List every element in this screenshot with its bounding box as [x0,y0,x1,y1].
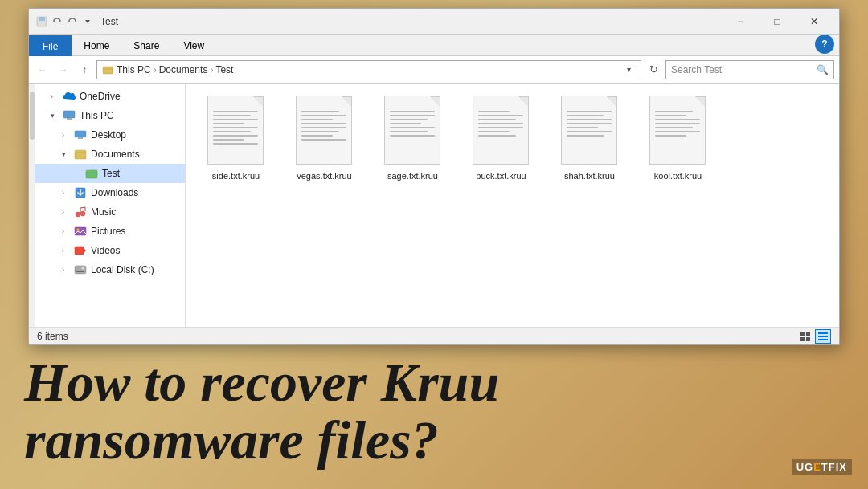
sidebar-scrollbar[interactable] [29,84,35,327]
svg-rect-16 [86,170,90,173]
localdisk-icon [73,263,88,277]
expand-arrow-documents: ▾ [62,150,73,158]
videos-icon [73,243,88,258]
tab-view[interactable]: View [171,35,216,55]
svg-rect-27 [800,332,805,336]
sidebar-item-onedrive[interactable]: › OneDrive [35,87,185,106]
sidebar-scrollbar-thumb[interactable] [30,92,35,140]
svg-rect-30 [806,337,810,341]
sidebar-label-onedrive: OneDrive [80,91,121,102]
search-icon[interactable]: 🔍 [817,64,829,75]
save-icon[interactable] [35,15,48,28]
help-button[interactable]: ? [815,35,834,54]
dropdown-icon[interactable] [81,15,94,28]
svg-rect-25 [76,271,84,272]
status-bar: 6 items [29,327,839,344]
test-folder-icon [84,166,99,181]
svg-rect-8 [63,111,75,118]
svg-rect-20 [75,227,86,235]
tab-home[interactable]: Home [72,35,121,55]
file-item[interactable]: sage.txt.kruu [375,92,451,185]
expand-arrow-downloads: › [62,189,73,197]
pictures-icon [73,224,88,238]
sidebar-item-documents[interactable]: ▾ Documents [35,145,185,164]
expand-arrow-localdisk: › [62,266,73,274]
sidebar-item-downloads[interactable]: › Downloads [35,183,185,202]
ribbon: File Home Share View ? [29,35,839,56]
file-grid: side.txt.kruu vegas.txt.kruu [198,92,827,185]
svg-rect-22 [75,247,84,255]
sidebar-item-pictures[interactable]: › Pictures [35,222,185,241]
file-name-1: vegas.txt.kruu [297,170,351,181]
refresh-button[interactable]: ↻ [645,61,662,79]
sidebar-item-thispc[interactable]: ▾ This PC [35,106,185,125]
file-icon-0 [207,96,265,166]
svg-point-18 [76,212,80,217]
title-bar-icons [35,15,94,28]
back-button[interactable]: ← [34,61,51,79]
svg-marker-5 [85,20,90,23]
address-path[interactable]: This PC › Documents › Test ▾ [96,60,641,79]
up-button[interactable]: ↑ [76,61,93,79]
sidebar-label-desktop: Desktop [91,129,126,141]
file-item[interactable]: side.txt.kruu [198,92,274,185]
file-item[interactable]: vegas.txt.kruu [286,92,362,185]
file-icon-1 [296,96,354,166]
close-button[interactable]: ✕ [796,9,833,35]
svg-point-21 [77,229,80,231]
svg-rect-2 [39,22,44,26]
sidebar-item-music[interactable]: › Music [35,202,185,222]
file-item[interactable]: kool.txt.kruu [640,92,716,185]
forward-button[interactable]: → [55,61,72,79]
svg-rect-24 [75,266,86,274]
svg-rect-29 [800,337,805,341]
path-this-pc[interactable]: This PC [117,64,151,75]
expand-arrow-music: › [62,208,73,216]
headline-line1: How to recover Kruu [24,354,844,411]
sidebar-item-test[interactable]: Test [35,164,185,183]
address-bar: ← → ↑ This PC › Documents › Test ▾ ↻ Sea… [29,56,839,84]
headline-line2: ransomware files? [24,412,844,469]
main-area: › OneDrive ▾ This PC › [29,84,839,327]
search-box[interactable]: Search Test 🔍 [665,60,834,79]
undo-icon[interactable] [51,15,63,28]
details-view-button[interactable] [815,329,831,344]
path-test[interactable]: Test [215,64,233,75]
large-icons-button[interactable] [797,329,813,344]
file-name-0: side.txt.kruu [212,170,260,181]
path-documents[interactable]: Documents [159,64,208,75]
file-name-5: kool.txt.kruu [654,170,702,181]
documents-icon [73,147,88,161]
file-name-3: buck.txt.kruu [476,170,526,181]
tab-share[interactable]: Share [121,35,171,55]
svg-rect-12 [78,137,83,139]
address-dropdown[interactable]: ▾ [621,65,636,74]
file-name-4: shah.txt.kruu [564,170,615,181]
svg-rect-28 [806,332,810,336]
onedrive-icon [62,89,76,104]
svg-rect-7 [103,67,107,69]
expand-arrow-videos: › [62,247,73,255]
minimize-button[interactable]: − [722,9,759,35]
maximize-button[interactable]: □ [759,9,796,35]
file-area: side.txt.kruu vegas.txt.kruu [186,84,839,327]
file-item[interactable]: shah.txt.kruu [551,92,628,185]
file-item[interactable]: buck.txt.kruu [463,92,539,185]
sidebar-item-videos[interactable]: › Videos [35,241,185,260]
logo: UGETFIX [792,459,852,475]
file-icon-4 [561,96,619,166]
sidebar: › OneDrive ▾ This PC › [35,84,185,327]
sidebar-label-localdisk: Local Disk (C:) [91,264,154,275]
view-buttons [797,329,831,344]
downloads-icon [73,185,88,200]
redo-icon[interactable] [66,15,79,28]
title-bar: Test − □ ✕ [29,9,839,35]
item-count: 6 items [37,331,68,342]
tab-file[interactable]: File [29,35,72,56]
svg-rect-10 [65,120,73,120]
sidebar-label-videos: Videos [91,245,120,256]
sidebar-label-documents: Documents [91,149,140,160]
sidebar-item-desktop[interactable]: › Desktop [35,125,185,145]
sidebar-item-localdisk[interactable]: › Local Disk (C:) [35,260,185,279]
svg-rect-11 [75,131,86,137]
